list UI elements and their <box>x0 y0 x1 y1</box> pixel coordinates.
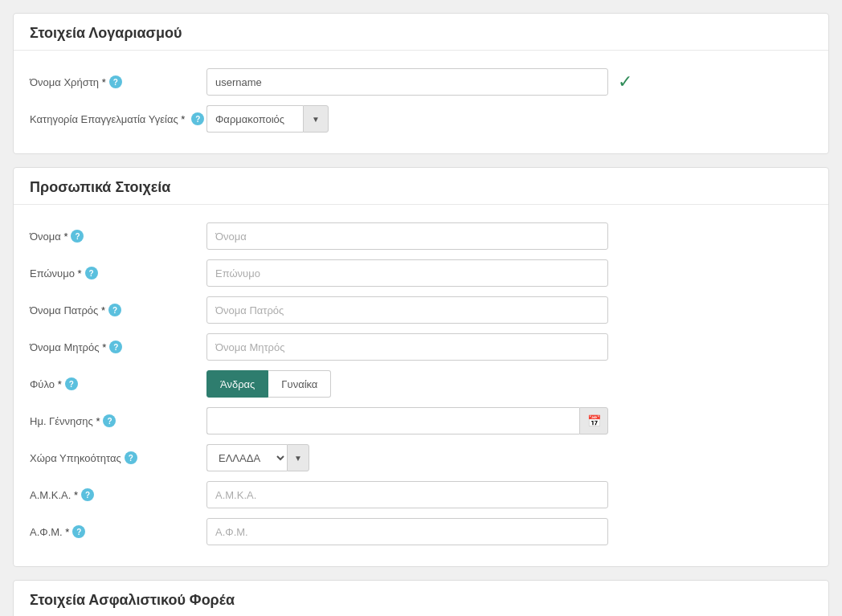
amka-label-text: Α.Μ.Κ.Α. * <box>30 489 78 501</box>
lastname-label: Επώνυμο * ? <box>30 267 206 279</box>
gender-female-button[interactable]: Γυναίκα <box>268 370 331 398</box>
dob-date-wrap: 📅 <box>206 407 608 434</box>
nationality-select[interactable]: ΕΛΛΑΔΑ <box>206 444 287 471</box>
dob-label-text: Ημ. Γέννησης * <box>30 415 100 427</box>
nationality-control-wrap: ΕΛΛΑΔΑ <box>206 444 812 471</box>
dob-control-wrap: 📅 <box>206 407 812 434</box>
nationality-info-icon[interactable]: ? <box>125 451 137 464</box>
mother-name-row: Όνομα Μητρός * ? <box>14 328 828 365</box>
dob-label: Ημ. Γέννησης * ? <box>30 414 206 427</box>
username-info-icon[interactable]: ? <box>109 75 122 88</box>
category-control-wrap: Φαρμακοποιός <box>206 105 812 133</box>
father-name-label-text: Όνομα Πατρός * <box>30 304 105 316</box>
firstname-info-icon[interactable]: ? <box>71 230 84 243</box>
category-label: Κατηγορία Επαγγελματία Υγείας * ? <box>30 112 206 125</box>
gender-row: Φύλο * ? Άνδρας Γυναίκα <box>14 365 828 402</box>
mother-name-control-wrap <box>206 333 812 361</box>
category-info-icon[interactable]: ? <box>191 112 204 125</box>
personal-section: Προσωπικά Στοιχεία Όνομα * ? Επώνυμο * ?… <box>13 167 829 567</box>
amka-input[interactable] <box>206 481 608 508</box>
afm-label-text: Α.Φ.Μ. * <box>30 526 69 538</box>
category-dropdown-btn[interactable] <box>303 105 329 133</box>
afm-label: Α.Φ.Μ. * ? <box>30 525 206 538</box>
firstname-row: Όνομα * ? <box>14 218 828 255</box>
firstname-control-wrap <box>206 222 812 250</box>
nationality-row: Χώρα Υπηκοότητας ? ΕΛΛΑΔΑ <box>14 439 828 476</box>
amka-info-icon[interactable]: ? <box>81 488 94 501</box>
lastname-label-text: Επώνυμο * <box>30 267 82 279</box>
category-select[interactable]: Φαρμακοποιός <box>206 105 303 133</box>
firstname-label-text: Όνομα * <box>30 230 67 243</box>
insurance-section: Στοιχεία Ασφαλιστικού Φορέα Α.Μ. ΕΤΑΑ / … <box>13 580 829 616</box>
username-check-icon: ✓ <box>618 71 632 92</box>
lastname-info-icon[interactable]: ? <box>85 267 98 279</box>
amka-label: Α.Μ.Κ.Α. * ? <box>30 488 206 501</box>
account-section: Στοιχεία Λογαριασμού Όνομα Χρήστη * ? ✓ … <box>13 13 829 154</box>
afm-row: Α.Φ.Μ. * ? <box>14 513 828 550</box>
username-control-wrap: ✓ <box>206 68 812 96</box>
category-row: Κατηγορία Επαγγελματία Υγείας * ? Φαρμακ… <box>14 100 828 137</box>
category-dropdown: Φαρμακοποιός <box>206 105 329 133</box>
amka-row: Α.Μ.Κ.Α. * ? <box>14 476 828 513</box>
mother-name-label: Όνομα Μητρός * ? <box>30 341 206 353</box>
firstname-input[interactable] <box>206 222 608 250</box>
amka-control-wrap <box>206 481 812 508</box>
mother-name-input[interactable] <box>206 333 608 361</box>
nationality-label: Χώρα Υπηκοότητας ? <box>30 451 206 464</box>
afm-info-icon[interactable]: ? <box>72 525 85 538</box>
father-name-input[interactable] <box>206 296 608 324</box>
lastname-row: Επώνυμο * ? <box>14 255 828 292</box>
username-label-text: Όνομα Χρήστη * <box>30 76 106 88</box>
category-label-text: Κατηγορία Επαγγελματία Υγείας * <box>30 113 185 125</box>
afm-input[interactable] <box>206 518 608 545</box>
father-name-row: Όνομα Πατρός * ? <box>14 292 828 328</box>
username-row: Όνομα Χρήστη * ? ✓ <box>14 63 828 100</box>
father-name-label: Όνομα Πατρός * ? <box>30 304 206 316</box>
gender-label: Φύλο * ? <box>30 377 206 390</box>
afm-control-wrap <box>206 518 812 545</box>
calendar-icon[interactable]: 📅 <box>579 407 608 434</box>
mother-name-info-icon[interactable]: ? <box>109 341 122 353</box>
username-label: Όνομα Χρήστη * ? <box>30 75 206 88</box>
lastname-input[interactable] <box>206 259 608 287</box>
gender-info-icon[interactable]: ? <box>65 377 78 390</box>
gender-label-text: Φύλο * <box>30 378 62 390</box>
dob-info-icon[interactable]: ? <box>103 414 116 427</box>
nationality-dropdown-btn[interactable] <box>287 444 309 471</box>
lastname-control-wrap <box>206 259 812 287</box>
dob-row: Ημ. Γέννησης * ? 📅 <box>14 402 828 439</box>
firstname-label: Όνομα * ? <box>30 230 206 243</box>
nationality-dropdown: ΕΛΛΑΔΑ <box>206 444 309 471</box>
personal-section-title: Προσωπικά Στοιχεία <box>14 168 828 205</box>
father-name-info-icon[interactable]: ? <box>108 304 121 316</box>
dob-input[interactable] <box>206 407 579 434</box>
nationality-label-text: Χώρα Υπηκοότητας <box>30 452 121 464</box>
insurance-section-title: Στοιχεία Ασφαλιστικού Φορέα <box>14 581 828 616</box>
mother-name-label-text: Όνομα Μητρός * <box>30 341 106 353</box>
gender-male-button[interactable]: Άνδρας <box>206 370 268 398</box>
account-section-title: Στοιχεία Λογαριασμού <box>14 14 828 51</box>
username-input[interactable] <box>206 68 608 96</box>
gender-control-wrap: Άνδρας Γυναίκα <box>206 370 812 398</box>
father-name-control-wrap <box>206 296 812 324</box>
gender-btn-group: Άνδρας Γυναίκα <box>206 370 331 398</box>
